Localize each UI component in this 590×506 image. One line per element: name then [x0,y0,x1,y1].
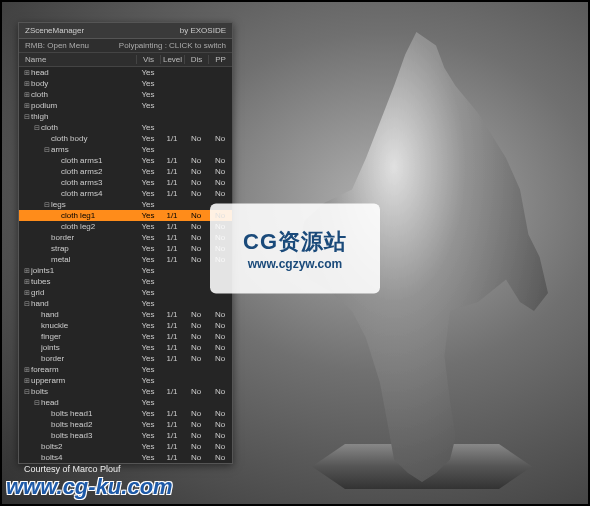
tree-row[interactable]: bolts4Yes1/1NoNo [19,452,232,463]
vis-cell[interactable]: Yes [136,178,160,187]
vis-cell[interactable]: Yes [136,288,160,297]
vis-cell[interactable]: Yes [136,431,160,440]
tree-row[interactable]: jointsYes1/1NoNo [19,342,232,353]
col-dis[interactable]: Dis [184,55,208,64]
vis-cell[interactable]: Yes [136,145,160,154]
polypaint-hint[interactable]: Polypainting : CLICK to switch [119,41,226,50]
level-cell[interactable]: 1/1 [160,409,184,418]
vis-cell[interactable]: Yes [136,134,160,143]
vis-cell[interactable]: Yes [136,266,160,275]
dis-cell[interactable]: No [184,431,208,440]
dis-cell[interactable]: No [184,211,208,220]
tree-row[interactable]: fingerYes1/1NoNo [19,331,232,342]
pp-cell[interactable]: No [208,442,232,451]
expand-toggle-icon[interactable]: ⊟ [23,300,31,308]
tree-row[interactable]: ⊟clothYes [19,122,232,133]
dis-cell[interactable]: No [184,134,208,143]
col-level[interactable]: Level [160,55,184,64]
pp-cell[interactable]: No [208,343,232,352]
pp-cell[interactable]: No [208,167,232,176]
col-vis[interactable]: Vis [136,55,160,64]
pp-cell[interactable]: No [208,156,232,165]
dis-cell[interactable]: No [184,167,208,176]
vis-cell[interactable]: Yes [136,211,160,220]
pp-cell[interactable]: No [208,332,232,341]
col-pp[interactable]: PP [208,55,232,64]
expand-toggle-icon[interactable]: ⊟ [33,399,41,407]
level-cell[interactable]: 1/1 [160,321,184,330]
tree-row[interactable]: cloth arms2Yes1/1NoNo [19,166,232,177]
vis-cell[interactable]: Yes [136,442,160,451]
dis-cell[interactable]: No [184,178,208,187]
vis-cell[interactable]: Yes [136,332,160,341]
level-cell[interactable]: 1/1 [160,134,184,143]
vis-cell[interactable]: Yes [136,277,160,286]
vis-cell[interactable]: Yes [136,222,160,231]
expand-toggle-icon[interactable]: ⊞ [23,267,31,275]
vis-cell[interactable]: Yes [136,299,160,308]
tree-row[interactable]: bolts2Yes1/1NoNo [19,441,232,452]
subtool-tree[interactable]: ⊞headYes⊞bodyYes⊞clothYes⊞podiumYes⊟thig… [19,67,232,463]
vis-cell[interactable]: Yes [136,376,160,385]
level-cell[interactable]: 1/1 [160,387,184,396]
vis-cell[interactable]: Yes [136,420,160,429]
vis-cell[interactable]: Yes [136,68,160,77]
vis-cell[interactable]: Yes [136,354,160,363]
vis-cell[interactable]: Yes [136,233,160,242]
level-cell[interactable]: 1/1 [160,453,184,462]
tree-row[interactable]: borderYes1/1NoNo [19,232,232,243]
vis-cell[interactable]: Yes [136,189,160,198]
pp-cell[interactable]: No [208,134,232,143]
dis-cell[interactable]: No [184,354,208,363]
vis-cell[interactable]: Yes [136,310,160,319]
level-cell[interactable]: 1/1 [160,255,184,264]
tree-row[interactable]: borderYes1/1NoNo [19,353,232,364]
panel-titlebar[interactable]: ZSceneManager by EXOSIDE [19,23,232,39]
level-cell[interactable]: 1/1 [160,233,184,242]
level-cell[interactable]: 1/1 [160,211,184,220]
level-cell[interactable]: 1/1 [160,332,184,341]
level-cell[interactable]: 1/1 [160,431,184,440]
pp-cell[interactable]: No [208,387,232,396]
dis-cell[interactable]: No [184,156,208,165]
col-name[interactable]: Name [19,55,136,64]
vis-cell[interactable]: Yes [136,123,160,132]
pp-cell[interactable]: No [208,310,232,319]
tree-row[interactable]: cloth arms4Yes1/1NoNo [19,188,232,199]
pp-cell[interactable]: No [208,453,232,462]
expand-toggle-icon[interactable]: ⊟ [33,124,41,132]
expand-toggle-icon[interactable]: ⊞ [23,289,31,297]
dis-cell[interactable]: No [184,332,208,341]
vis-cell[interactable]: Yes [136,200,160,209]
level-cell[interactable]: 1/1 [160,156,184,165]
tree-row[interactable]: ⊟boltsYes1/1NoNo [19,386,232,397]
dis-cell[interactable]: No [184,255,208,264]
vis-cell[interactable]: Yes [136,343,160,352]
tree-row[interactable]: ⊞headYes [19,67,232,78]
tree-row[interactable]: ⊟thigh [19,111,232,122]
tree-row[interactable]: cloth leg2Yes1/1NoNo [19,221,232,232]
tree-row[interactable]: cloth leg1Yes1/1NoNo [19,210,232,221]
tree-row[interactable]: handYes1/1NoNo [19,309,232,320]
expand-toggle-icon[interactable]: ⊞ [23,69,31,77]
dis-cell[interactable]: No [184,310,208,319]
level-cell[interactable]: 1/1 [160,310,184,319]
tree-row[interactable]: ⊞joints1Yes [19,265,232,276]
expand-toggle-icon[interactable]: ⊟ [23,113,31,121]
tree-row[interactable]: knuckleYes1/1NoNo [19,320,232,331]
dis-cell[interactable]: No [184,222,208,231]
tree-row[interactable]: strapYes1/1NoNo [19,243,232,254]
tree-row[interactable]: metalYes1/1NoNo [19,254,232,265]
dis-cell[interactable]: No [184,409,208,418]
tree-row[interactable]: ⊟headYes [19,397,232,408]
pp-cell[interactable]: No [208,178,232,187]
vis-cell[interactable]: Yes [136,255,160,264]
dis-cell[interactable]: No [184,420,208,429]
level-cell[interactable]: 1/1 [160,354,184,363]
pp-cell[interactable]: No [208,420,232,429]
tree-row[interactable]: cloth bodyYes1/1NoNo [19,133,232,144]
level-cell[interactable]: 1/1 [160,222,184,231]
tree-row[interactable]: ⊞gridYes [19,287,232,298]
dis-cell[interactable]: No [184,453,208,462]
tree-row[interactable]: cloth arms3Yes1/1NoNo [19,177,232,188]
